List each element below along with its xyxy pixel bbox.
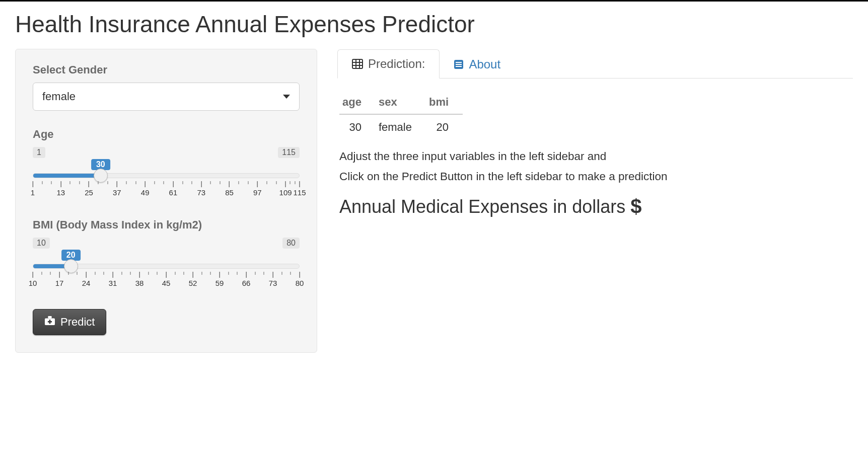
slider-tick: 97 [253, 181, 262, 197]
result-heading: Annual Medical Expenses in dollars $ [339, 195, 851, 218]
slider-tick-minor [264, 272, 264, 275]
slider-tick: 24 [82, 272, 91, 287]
sidebar: Select Gender female Age 1 115 30 [15, 49, 317, 353]
col-sex: sex [376, 93, 426, 114]
tab-prediction-label: Prediction: [368, 57, 425, 71]
bmi-slider-handle[interactable] [64, 259, 78, 273]
age-label: Age [33, 128, 300, 141]
slider-tick-minor [50, 272, 51, 275]
age-min-badge: 1 [33, 147, 45, 158]
slider-tick-minor [192, 181, 192, 184]
slider-tick-minor [107, 181, 108, 184]
tabs: Prediction: About [337, 49, 853, 79]
page-title: Health Insurance Annual Expenses Predict… [15, 11, 853, 38]
gender-label: Select Gender [33, 63, 300, 76]
slider-tick-minor [95, 272, 95, 275]
slider-tick: 73 [197, 181, 205, 197]
slider-tick: 80 [296, 272, 304, 287]
instruction-line-1: Adjust the three input variables in the … [339, 150, 851, 163]
table-icon [352, 59, 363, 69]
slider-tick-minor [154, 181, 155, 184]
slider-tick-minor [210, 181, 211, 184]
slider-tick-minor [239, 181, 239, 184]
age-slider-handle[interactable] [94, 169, 108, 183]
slider-tick: 85 [225, 181, 234, 197]
slider-tick-minor [290, 181, 291, 184]
age-slider-block: Age 1 115 30 11325374961738597109115 [33, 128, 300, 201]
tab-prediction[interactable]: Prediction: [337, 49, 440, 79]
bmi-slider[interactable] [33, 264, 300, 269]
slider-tick-minor [157, 272, 158, 275]
col-bmi: bmi [426, 93, 463, 114]
cell-sex: female [376, 114, 426, 137]
bmi-label: BMI (Body Mass Index in kg/m2) [33, 218, 300, 232]
slider-tick: 59 [215, 272, 224, 287]
predict-button[interactable]: Predict [33, 309, 106, 335]
slider-tick-minor [41, 272, 42, 275]
slider-tick-minor [77, 272, 78, 275]
slider-tick: 37 [113, 181, 121, 197]
caret-down-icon [283, 95, 290, 99]
slider-tick-minor [255, 272, 255, 275]
slider-tick: 61 [169, 181, 178, 197]
slider-tick-minor [164, 181, 164, 184]
slider-tick-minor [220, 181, 220, 184]
age-max-badge: 115 [278, 147, 300, 158]
slider-tick-minor [201, 272, 202, 275]
slider-tick-minor [148, 272, 149, 275]
slider-tick: 10 [29, 272, 37, 287]
slider-tick: 31 [109, 272, 117, 287]
slider-tick-minor [210, 272, 211, 275]
slider-tick-minor [281, 272, 282, 275]
list-icon [454, 59, 464, 69]
slider-tick-minor [175, 272, 175, 275]
slider-tick: 73 [269, 272, 277, 287]
cell-bmi: 20 [426, 114, 463, 137]
input-summary-table: age sex bmi 30 female 20 [339, 93, 463, 137]
slider-tick-minor [182, 181, 183, 184]
svg-rect-10 [456, 62, 462, 63]
svg-rect-11 [456, 64, 462, 65]
prediction-panel: age sex bmi 30 female 20 Adjust the thre [337, 79, 853, 232]
slider-tick-minor [51, 181, 52, 184]
main-panel: Prediction: About [337, 49, 853, 232]
slider-tick: 52 [189, 272, 197, 287]
slider-tick-minor [68, 272, 68, 275]
bmi-max-badge: 80 [282, 238, 300, 249]
medkit-icon [44, 316, 55, 329]
slider-tick: 49 [141, 181, 150, 197]
predict-button-label: Predict [60, 316, 95, 329]
slider-tick: 1 [31, 181, 35, 197]
slider-tick-minor [228, 272, 229, 275]
slider-tick-minor [291, 272, 291, 275]
svg-rect-4 [352, 59, 363, 68]
dollar-icon: $ [630, 195, 641, 218]
cell-age: 30 [339, 114, 376, 137]
slider-tick: 17 [55, 272, 64, 287]
slider-tick-minor [42, 181, 42, 184]
slider-tick-minor [121, 272, 122, 275]
result-heading-text: Annual Medical Expenses in dollars [339, 196, 625, 217]
instruction-line-2: Click on the Predict Button in the left … [339, 170, 851, 183]
slider-tick-minor [130, 272, 131, 275]
bmi-slider-block: BMI (Body Mass Index in kg/m2) 10 80 20 … [33, 218, 300, 292]
age-slider[interactable] [33, 173, 300, 178]
slider-tick-minor [248, 181, 248, 184]
slider-tick: 66 [242, 272, 251, 287]
slider-tick: 25 [85, 181, 93, 197]
slider-tick: 13 [56, 181, 65, 197]
svg-rect-12 [456, 66, 462, 67]
slider-tick: 115 [293, 181, 306, 197]
slider-tick-minor [79, 181, 80, 184]
col-age: age [339, 93, 376, 114]
svg-rect-1 [48, 316, 51, 319]
tab-about[interactable]: About [440, 50, 515, 79]
slider-tick-minor [70, 181, 70, 184]
slider-tick-minor [126, 181, 126, 184]
tab-about-label: About [469, 57, 500, 71]
slider-tick-minor [135, 181, 136, 184]
slider-tick-minor [276, 181, 276, 184]
svg-rect-3 [48, 321, 52, 323]
gender-select[interactable]: female [33, 83, 300, 111]
slider-tick-minor [98, 181, 99, 184]
